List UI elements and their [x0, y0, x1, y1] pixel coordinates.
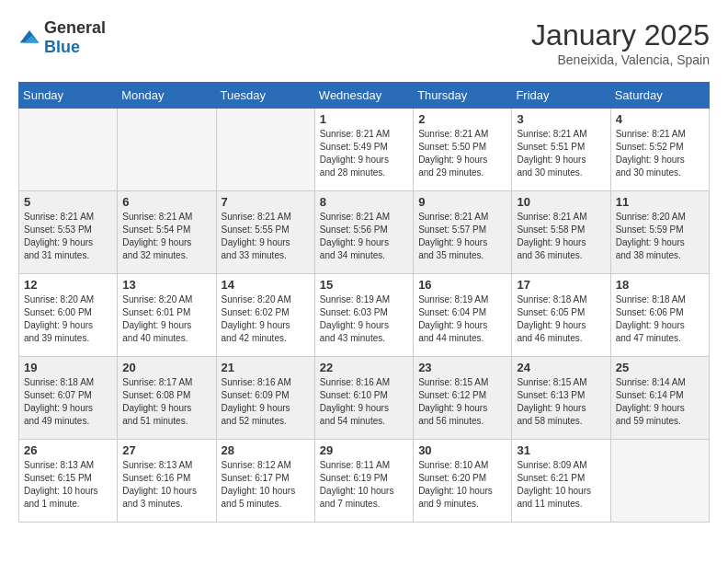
day-number: 3 [517, 112, 605, 126]
day-number: 21 [222, 361, 310, 374]
calendar-day-cell: 26Sunrise: 8:13 AM Sunset: 6:15 PM Dayli… [19, 440, 118, 523]
day-info: Sunrise: 8:10 AM Sunset: 6:20 PM Dayligh… [418, 459, 506, 511]
calendar-day-cell: 10Sunrise: 8:21 AM Sunset: 5:58 PM Dayli… [512, 191, 610, 274]
day-info: Sunrise: 8:11 AM Sunset: 6:19 PM Dayligh… [320, 459, 408, 511]
day-number: 24 [517, 361, 605, 374]
logo: General Blue [18, 18, 106, 57]
day-info: Sunrise: 8:20 AM Sunset: 6:01 PM Dayligh… [122, 293, 210, 345]
calendar-day-cell [610, 440, 709, 523]
calendar-day-cell: 7Sunrise: 8:21 AM Sunset: 5:55 PM Daylig… [216, 191, 314, 274]
day-number: 10 [517, 195, 605, 209]
calendar-day-cell: 23Sunrise: 8:15 AM Sunset: 6:12 PM Dayli… [414, 357, 512, 440]
day-number: 28 [222, 443, 310, 457]
calendar-day-cell: 12Sunrise: 8:20 AM Sunset: 6:00 PM Dayli… [19, 274, 118, 357]
day-number: 6 [122, 195, 210, 209]
day-info: Sunrise: 8:21 AM Sunset: 5:57 PM Dayligh… [418, 211, 506, 262]
logo-general: General [44, 18, 106, 37]
day-number: 8 [320, 195, 408, 209]
calendar-week-row: 19Sunrise: 8:18 AM Sunset: 6:07 PM Dayli… [19, 357, 710, 440]
calendar-day-cell: 31Sunrise: 8:09 AM Sunset: 6:21 PM Dayli… [512, 440, 610, 523]
day-number: 7 [222, 195, 310, 209]
day-number: 20 [122, 361, 210, 374]
day-number: 25 [616, 361, 704, 374]
day-info: Sunrise: 8:18 AM Sunset: 6:07 PM Dayligh… [24, 376, 112, 428]
weekday-header: Monday [118, 83, 216, 109]
calendar-week-row: 12Sunrise: 8:20 AM Sunset: 6:00 PM Dayli… [19, 274, 710, 357]
day-info: Sunrise: 8:20 AM Sunset: 5:59 PM Dayligh… [616, 211, 704, 262]
day-number: 1 [320, 112, 408, 126]
day-info: Sunrise: 8:19 AM Sunset: 6:04 PM Dayligh… [418, 293, 506, 345]
day-number: 4 [616, 112, 704, 126]
day-number: 15 [320, 278, 408, 292]
day-info: Sunrise: 8:14 AM Sunset: 6:14 PM Dayligh… [616, 376, 704, 428]
calendar-week-row: 26Sunrise: 8:13 AM Sunset: 6:15 PM Dayli… [19, 440, 710, 523]
day-info: Sunrise: 8:12 AM Sunset: 6:17 PM Dayligh… [222, 459, 310, 511]
calendar-day-cell: 22Sunrise: 8:16 AM Sunset: 6:10 PM Dayli… [314, 357, 413, 440]
title-area: January 2025 Beneixida, Valencia, Spain [531, 18, 710, 67]
calendar-day-cell: 9Sunrise: 8:21 AM Sunset: 5:57 PM Daylig… [414, 191, 512, 274]
calendar-day-cell: 28Sunrise: 8:12 AM Sunset: 6:17 PM Dayli… [216, 440, 314, 523]
calendar-day-cell: 21Sunrise: 8:16 AM Sunset: 6:09 PM Dayli… [216, 357, 314, 440]
weekday-header: Friday [512, 83, 610, 109]
day-number: 2 [418, 112, 506, 126]
calendar-day-cell: 6Sunrise: 8:21 AM Sunset: 5:54 PM Daylig… [118, 191, 216, 274]
day-number: 23 [418, 361, 506, 374]
calendar-day-cell: 30Sunrise: 8:10 AM Sunset: 6:20 PM Dayli… [414, 440, 512, 523]
calendar-day-cell [216, 109, 314, 191]
month-title: January 2025 [531, 18, 710, 52]
calendar-day-cell: 11Sunrise: 8:20 AM Sunset: 5:59 PM Dayli… [610, 191, 709, 274]
calendar-week-row: 1Sunrise: 8:21 AM Sunset: 5:49 PM Daylig… [19, 109, 710, 191]
day-info: Sunrise: 8:20 AM Sunset: 6:02 PM Dayligh… [222, 293, 310, 345]
calendar-day-cell [19, 109, 118, 191]
location: Beneixida, Valencia, Spain [531, 52, 710, 67]
calendar-day-cell: 19Sunrise: 8:18 AM Sunset: 6:07 PM Dayli… [19, 357, 118, 440]
calendar-day-cell [118, 109, 216, 191]
logo-blue: Blue [44, 38, 80, 56]
calendar-day-cell: 4Sunrise: 8:21 AM Sunset: 5:52 PM Daylig… [610, 109, 709, 191]
day-info: Sunrise: 8:17 AM Sunset: 6:08 PM Dayligh… [122, 376, 210, 428]
calendar-day-cell: 16Sunrise: 8:19 AM Sunset: 6:04 PM Dayli… [414, 274, 512, 357]
calendar-day-cell: 1Sunrise: 8:21 AM Sunset: 5:49 PM Daylig… [314, 109, 413, 191]
day-number: 14 [222, 278, 310, 292]
day-number: 31 [517, 443, 605, 457]
day-info: Sunrise: 8:21 AM Sunset: 5:56 PM Dayligh… [320, 211, 408, 262]
day-number: 27 [122, 443, 210, 457]
calendar-day-cell: 2Sunrise: 8:21 AM Sunset: 5:50 PM Daylig… [414, 109, 512, 191]
day-info: Sunrise: 8:21 AM Sunset: 5:51 PM Dayligh… [517, 128, 605, 179]
calendar-day-cell: 27Sunrise: 8:13 AM Sunset: 6:16 PM Dayli… [118, 440, 216, 523]
calendar-day-cell: 25Sunrise: 8:14 AM Sunset: 6:14 PM Dayli… [610, 357, 709, 440]
calendar-day-cell: 18Sunrise: 8:18 AM Sunset: 6:06 PM Dayli… [610, 274, 709, 357]
day-info: Sunrise: 8:09 AM Sunset: 6:21 PM Dayligh… [517, 459, 605, 511]
calendar-day-cell: 17Sunrise: 8:18 AM Sunset: 6:05 PM Dayli… [512, 274, 610, 357]
day-info: Sunrise: 8:21 AM Sunset: 5:53 PM Dayligh… [24, 211, 112, 262]
day-info: Sunrise: 8:16 AM Sunset: 6:10 PM Dayligh… [320, 376, 408, 428]
day-info: Sunrise: 8:21 AM Sunset: 5:52 PM Dayligh… [616, 128, 704, 179]
day-number: 26 [24, 443, 112, 457]
calendar-day-cell: 15Sunrise: 8:19 AM Sunset: 6:03 PM Dayli… [314, 274, 413, 357]
day-info: Sunrise: 8:21 AM Sunset: 5:49 PM Dayligh… [320, 128, 408, 179]
calendar-day-cell: 14Sunrise: 8:20 AM Sunset: 6:02 PM Dayli… [216, 274, 314, 357]
day-info: Sunrise: 8:20 AM Sunset: 6:00 PM Dayligh… [24, 293, 112, 345]
day-number: 13 [122, 278, 210, 292]
calendar-day-cell: 5Sunrise: 8:21 AM Sunset: 5:53 PM Daylig… [19, 191, 118, 274]
weekday-header: Sunday [19, 83, 118, 109]
day-info: Sunrise: 8:21 AM Sunset: 5:54 PM Dayligh… [122, 211, 210, 262]
day-info: Sunrise: 8:15 AM Sunset: 6:13 PM Dayligh… [517, 376, 605, 428]
day-info: Sunrise: 8:19 AM Sunset: 6:03 PM Dayligh… [320, 293, 408, 345]
day-number: 11 [616, 195, 704, 209]
weekday-header: Thursday [414, 83, 512, 109]
day-number: 16 [418, 278, 506, 292]
logo-icon [18, 27, 40, 49]
page-header: General Blue January 2025 Beneixida, Val… [18, 18, 710, 67]
calendar-day-cell: 20Sunrise: 8:17 AM Sunset: 6:08 PM Dayli… [118, 357, 216, 440]
calendar-week-row: 5Sunrise: 8:21 AM Sunset: 5:53 PM Daylig… [19, 191, 710, 274]
weekday-header: Saturday [610, 83, 709, 109]
day-number: 9 [418, 195, 506, 209]
day-number: 19 [24, 361, 112, 374]
calendar-day-cell: 8Sunrise: 8:21 AM Sunset: 5:56 PM Daylig… [314, 191, 413, 274]
day-info: Sunrise: 8:15 AM Sunset: 6:12 PM Dayligh… [418, 376, 506, 428]
day-number: 5 [24, 195, 112, 209]
calendar-day-cell: 3Sunrise: 8:21 AM Sunset: 5:51 PM Daylig… [512, 109, 610, 191]
weekday-header-row: SundayMondayTuesdayWednesdayThursdayFrid… [19, 83, 710, 109]
day-info: Sunrise: 8:18 AM Sunset: 6:05 PM Dayligh… [517, 293, 605, 345]
